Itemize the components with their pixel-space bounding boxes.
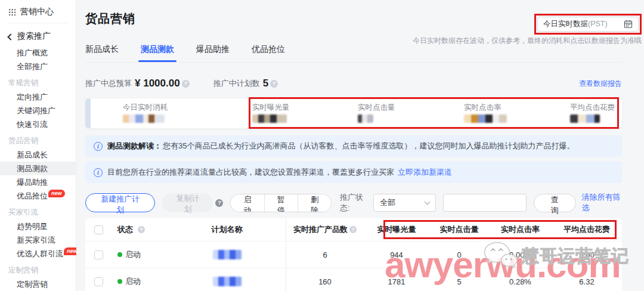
- page: 营销中心 搜索推广 推广概览 全部推广 常规营销 定向推广 关键词推广 快速引流…: [0, 0, 644, 291]
- stat-label: 实时曝光量: [252, 103, 290, 113]
- start-button[interactable]: 启动: [231, 194, 264, 212]
- query-button[interactable]: 查询: [534, 194, 575, 212]
- sidebar-item-promo-overview[interactable]: 推广概览: [0, 46, 76, 60]
- status-dot-green: [117, 252, 122, 257]
- status-text: 启动: [125, 249, 141, 260]
- sidebar: 营销中心 搜索推广 推广概览 全部推广 常规营销 定向推广 关键词推广 快速引流…: [0, 0, 76, 291]
- card-accent-bar: [85, 98, 91, 128]
- table-row: 启动 6 944 0 0.00% 0.00: [85, 241, 622, 268]
- help-icon[interactable]: [138, 226, 145, 233]
- redacted-stat-value: [464, 114, 507, 123]
- sidebar-item-targeted-promo[interactable]: 定向推广: [0, 90, 76, 104]
- plan-count-value: 5: [263, 78, 268, 89]
- sidebar-item-all-promotions[interactable]: 全部推广: [0, 60, 76, 73]
- tab-premium-slot[interactable]: 优品抢位: [252, 44, 285, 55]
- sidebar-item-trend-star[interactable]: 趋势明星: [0, 219, 76, 233]
- sidebar-nav: 推广概览 全部推广 常规营销 定向推广 关键词推广 快速引流 货品营销 新品成长…: [0, 46, 76, 291]
- cell-impressions: 1781: [364, 268, 429, 291]
- stat-label: 今日实时消耗: [123, 103, 168, 113]
- budget-value: ¥ 1000.00: [135, 78, 180, 89]
- back-label: 搜索推广: [17, 31, 51, 42]
- sidebar-item-label: 优品抢位: [17, 191, 48, 200]
- divider: [8, 23, 67, 23]
- tab-bar: 新品成长 测品测款 爆品助推 优品抢位: [85, 44, 622, 63]
- bulk-action-group: 启动 暂停 删除: [230, 194, 332, 212]
- sidebar-item-label: 优选人群引流: [17, 249, 63, 258]
- stat-clicks: 实时点击量: [358, 103, 395, 125]
- stat-ctr: 实时点击率: [464, 103, 507, 125]
- cell-avg-cost: 0.00: [552, 242, 622, 268]
- tab-hot-product-boost[interactable]: 爆品助推: [196, 44, 230, 55]
- sidebar-back-button[interactable]: 搜索推广: [8, 29, 76, 44]
- cell-products: 160: [286, 268, 364, 291]
- marketing-center-menu[interactable]: 营销中心: [8, 5, 76, 19]
- col-products: 实时推广产品数: [293, 224, 348, 235]
- redacted-stat-value: [252, 114, 287, 123]
- sidebar-item-new-buyer-traffic[interactable]: 新买家引流: [0, 233, 76, 247]
- sidebar-item-custom-marketing[interactable]: 定制营销: [0, 277, 76, 291]
- select-all-checkbox[interactable]: [94, 225, 103, 234]
- annotation-box-realtime-metrics: [249, 97, 619, 129]
- stat-label: 实时点击率: [464, 103, 507, 113]
- sidebar-item-premium-slot[interactable]: 优品抢位new: [0, 189, 76, 203]
- plan-search-input[interactable]: [443, 194, 527, 212]
- alert-product-testing-insight: 测品测款解读：您有35个商品已成长为行业内高潜商品（从访客数、点击率等维度选取）…: [85, 135, 622, 157]
- copy-plan-button[interactable]: 复制计划: [162, 193, 213, 212]
- col-plan-name: 计划名称: [168, 218, 286, 241]
- clear-filters-link[interactable]: 清除所有筛选: [582, 192, 622, 213]
- plans-table: 状态 计划名称 实时推广产品数 实时曝光量 实时点击量 实时点击率 平均点击花费…: [85, 218, 622, 291]
- delete-button[interactable]: 删除: [298, 194, 331, 212]
- row-checkbox[interactable]: [94, 277, 103, 286]
- stat-avg-click-cost: 平均点击花费: [570, 103, 615, 125]
- sidebar-item-keyword-promo[interactable]: 关键词推广: [0, 104, 76, 117]
- chevron-left-icon: [7, 33, 14, 40]
- sidebar-item-quick-traffic[interactable]: 快速引流: [0, 117, 76, 131]
- sidebar-item-new-product-growth[interactable]: 新品成长: [0, 148, 76, 162]
- add-channel-link[interactable]: 立即添加新渠道: [398, 168, 452, 177]
- new-badge: new: [48, 190, 65, 197]
- col-ctr: 实时点击率: [489, 218, 552, 241]
- new-plan-button[interactable]: 新建推广计划: [85, 193, 155, 212]
- help-icon[interactable]: [349, 226, 357, 233]
- row-checkbox[interactable]: [94, 250, 103, 259]
- help-icon[interactable]: [182, 80, 190, 88]
- sidebar-item-product-testing[interactable]: 测品测款: [0, 162, 76, 175]
- brand-label: 营销中心: [20, 7, 54, 17]
- table-header-row: 状态 计划名称 实时推广产品数 实时曝光量 实时点击量 实时点击率 平均点击花费: [85, 218, 622, 241]
- help-icon[interactable]: [270, 80, 278, 88]
- stat-label: 平均点击花费: [570, 103, 615, 113]
- page-header: 货品营销 今日实时数据(PST) 今日实时数据存在波动，仅供参考，最终的消耗和点…: [85, 0, 622, 27]
- table-toolbar: 新建推广计划 复制计划 启动 暂停 删除 推广状态: 全部 查询 清除所有筛选: [85, 193, 622, 212]
- sidebar-item-preferred-audience[interactable]: 优选人群引流new: [0, 247, 76, 261]
- cell-clicks: 0: [429, 242, 489, 268]
- pause-button[interactable]: 暂停: [264, 194, 298, 212]
- status-select[interactable]: 全部: [373, 194, 436, 212]
- sidebar-section-custom-marketing: 定制营销: [0, 261, 76, 277]
- tab-new-product-growth[interactable]: 新品成长: [85, 44, 119, 55]
- tab-product-testing[interactable]: 测品测款: [141, 44, 174, 55]
- status-filter-label: 推广状态:: [340, 192, 369, 213]
- col-clicks: 实时点击量: [429, 218, 489, 241]
- table-row: 启动 160 1781 5 0.28% 6.32: [85, 268, 622, 291]
- col-impressions: 实时曝光量: [364, 218, 429, 241]
- cell-products: 6: [286, 242, 364, 268]
- main-content: 货品营销 今日实时数据(PST) 今日实时数据存在波动，仅供参考，最终的消耗和点…: [76, 0, 644, 291]
- redacted-stat-value: [570, 114, 600, 123]
- col-status: 状态: [117, 224, 133, 235]
- budget-label: 推广中总预算: [85, 78, 132, 89]
- redacted-stat-value: [358, 114, 373, 123]
- cell-impressions: 944: [364, 242, 429, 268]
- sidebar-section-buyer-traffic: 买家引流: [0, 203, 76, 219]
- help-icon[interactable]: [215, 199, 223, 207]
- calendar-icon: [624, 20, 633, 29]
- realtime-data-note: 今日实时数据存在波动，仅供参考，最终的消耗和点击以数据报告为准哦: [413, 36, 642, 46]
- cell-ctr: 0.00%: [489, 242, 552, 268]
- stat-impressions: 实时曝光量: [252, 103, 290, 125]
- redacted-stat-value: [123, 114, 165, 123]
- sidebar-section-product-marketing: 货品营销: [0, 131, 76, 148]
- date-filter[interactable]: 今日实时数据(PST): [537, 17, 639, 32]
- view-data-report-link[interactable]: 查看数据报告: [579, 79, 622, 89]
- sidebar-item-hot-product-boost[interactable]: 爆品助推: [0, 175, 76, 189]
- cell-ctr: 0.28%: [489, 268, 552, 291]
- col-avg-cost: 平均点击花费: [552, 218, 622, 241]
